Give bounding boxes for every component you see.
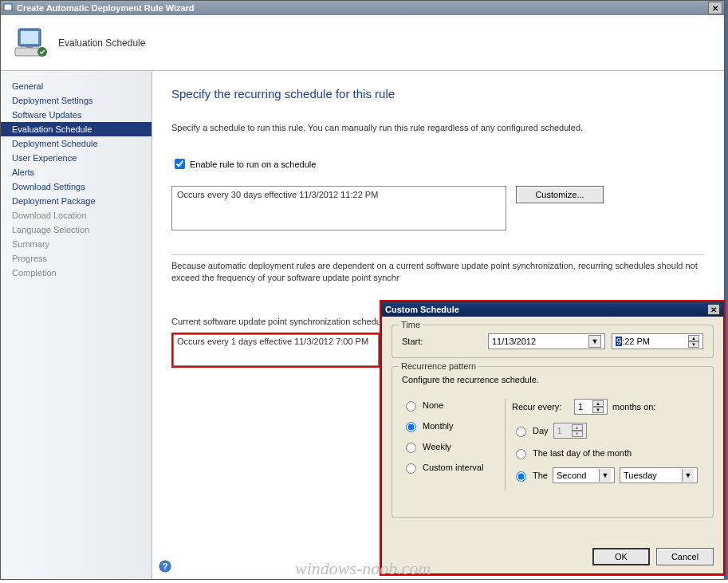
recur-every-input[interactable]: 1 ▲▼ xyxy=(574,399,608,415)
dialog-highlight: Custom Schedule ✕ Time Start: 11/13/2012… xyxy=(380,300,726,576)
header-title: Evaluation Schedule xyxy=(58,37,145,49)
dialog-body: Time Start: 11/13/2012 ▼ 9:22 PM ▲▼ Recu… xyxy=(382,317,723,548)
schedule-row: Occurs every 30 days effective 11/3/2012… xyxy=(171,186,705,230)
sidebar-item-general[interactable]: General xyxy=(1,79,152,93)
svg-text:?: ? xyxy=(163,561,168,571)
recurrence-group-label: Recurrence pattern xyxy=(399,361,478,371)
recurrence-type-column: None Monthly Weekly Custom interval xyxy=(402,399,506,491)
weekday-select[interactable]: Tuesday▼ xyxy=(620,467,698,483)
dialog-close-button[interactable]: ✕ xyxy=(707,304,720,315)
sidebar-item-alerts[interactable]: Alerts xyxy=(1,165,152,179)
start-date-value: 11/13/2012 xyxy=(492,337,536,346)
recurrence-body: None Monthly Weekly Custom interval Recu… xyxy=(402,399,703,491)
chevron-down-icon: ▼ xyxy=(599,469,611,482)
time-group-label: Time xyxy=(399,320,423,329)
option-the[interactable]: The xyxy=(512,469,548,482)
option-none[interactable]: None xyxy=(402,399,502,412)
sidebar-item-software-updates[interactable]: Software Updates xyxy=(1,108,152,122)
sidebar-item-evaluation-schedule[interactable]: Evaluation Schedule xyxy=(1,122,152,136)
sidebar-item-summary: Summary xyxy=(1,237,152,251)
option-weekly[interactable]: Weekly xyxy=(402,440,502,453)
chevron-down-icon: ▼ xyxy=(682,469,694,482)
sidebar-item-deployment-settings[interactable]: Deployment Settings xyxy=(1,93,152,108)
sidebar-item-deployment-schedule[interactable]: Deployment Schedule xyxy=(1,136,152,151)
recurrence-detail-column: Recur every: 1 ▲▼ months on: Day 1 ▲▼ xyxy=(512,399,703,491)
recur-every-label: Recur every: xyxy=(512,402,569,412)
start-label: Start: xyxy=(402,337,482,346)
ok-button[interactable]: OK xyxy=(592,548,650,565)
svg-rect-0 xyxy=(4,4,12,10)
svg-rect-1 xyxy=(6,10,10,12)
enable-schedule-label: Enable rule to run on a schedule xyxy=(190,160,316,169)
schedule-summary: Occurs every 30 days effective 11/3/2012… xyxy=(171,186,506,230)
customize-button[interactable]: Customize... xyxy=(516,186,604,203)
recur-spinner[interactable]: ▲▼ xyxy=(592,400,604,413)
info-text: Because automatic deployment rules are d… xyxy=(171,260,705,285)
enable-schedule-checkbox[interactable] xyxy=(175,159,185,169)
sync-schedule-summary: Occurs every 1 days effective 11/3/2012 … xyxy=(173,334,379,366)
start-date-input[interactable]: 11/13/2012 ▼ xyxy=(488,333,605,349)
option-custom-interval[interactable]: Custom interval xyxy=(402,461,502,474)
sync-box-highlight: Occurs every 1 days effective 11/3/2012 … xyxy=(171,333,380,368)
start-row: Start: 11/13/2012 ▼ 9:22 PM ▲▼ xyxy=(402,333,703,349)
titlebar: Create Automatic Deployment Rule Wizard … xyxy=(1,1,724,15)
computer-icon xyxy=(12,24,50,62)
day-number-input: 1 ▲▼ xyxy=(553,423,587,439)
sidebar-item-completion: Completion xyxy=(1,266,152,280)
sidebar-item-download-location: Download Location xyxy=(1,208,152,223)
recur-unit-label: months on: xyxy=(612,402,655,412)
sidebar: GeneralDeployment SettingsSoftware Updat… xyxy=(1,71,152,579)
dialog-titlebar: Custom Schedule ✕ xyxy=(382,302,723,317)
start-time-input[interactable]: 9:22 PM ▲▼ xyxy=(612,333,703,349)
sidebar-item-deployment-package[interactable]: Deployment Package xyxy=(1,194,152,208)
cancel-button[interactable]: Cancel xyxy=(656,548,714,565)
ordinal-select[interactable]: Second▼ xyxy=(553,467,615,483)
option-last-day[interactable]: The last day of the month xyxy=(512,447,632,459)
header: Evaluation Schedule xyxy=(1,15,724,71)
svg-rect-5 xyxy=(26,46,33,48)
dialog-button-row: OK Cancel xyxy=(382,548,723,573)
page-title: Specify the recurring schedule for this … xyxy=(171,87,705,100)
time-group: Time Start: 11/13/2012 ▼ 9:22 PM ▲▼ xyxy=(392,325,714,358)
option-monthly[interactable]: Monthly xyxy=(402,420,502,432)
enable-schedule-row: Enable rule to run on a schedule xyxy=(171,156,705,171)
help-icon[interactable]: ? xyxy=(159,560,171,573)
dialog-title: Custom Schedule xyxy=(385,305,707,314)
app-icon xyxy=(2,2,14,14)
instruction-text: Specify a schedule to run this rule. You… xyxy=(171,123,705,132)
recurrence-instruction: Configure the recurrence schedule. xyxy=(402,375,703,384)
time-spinner[interactable]: ▲▼ xyxy=(688,335,699,348)
close-button[interactable]: ✕ xyxy=(708,2,722,14)
recur-every-row: Recur every: 1 ▲▼ months on: xyxy=(512,399,703,415)
custom-schedule-dialog: Custom Schedule ✕ Time Start: 11/13/2012… xyxy=(381,301,724,574)
day-spinner: ▲▼ xyxy=(572,424,583,437)
option-day[interactable]: Day xyxy=(512,424,549,437)
sidebar-item-language-selection: Language Selection xyxy=(1,223,152,237)
divider xyxy=(171,254,705,255)
svg-rect-3 xyxy=(21,31,38,44)
recurrence-group: Recurrence pattern Configure the recurre… xyxy=(392,366,714,518)
sidebar-item-user-experience[interactable]: User Experience xyxy=(1,151,152,165)
window-title: Create Automatic Deployment Rule Wizard xyxy=(17,3,708,13)
date-dropdown-icon[interactable]: ▼ xyxy=(588,335,601,348)
sidebar-item-download-settings[interactable]: Download Settings xyxy=(1,179,152,194)
start-time-value: 9:22 PM xyxy=(616,337,650,346)
sidebar-item-progress: Progress xyxy=(1,251,152,266)
